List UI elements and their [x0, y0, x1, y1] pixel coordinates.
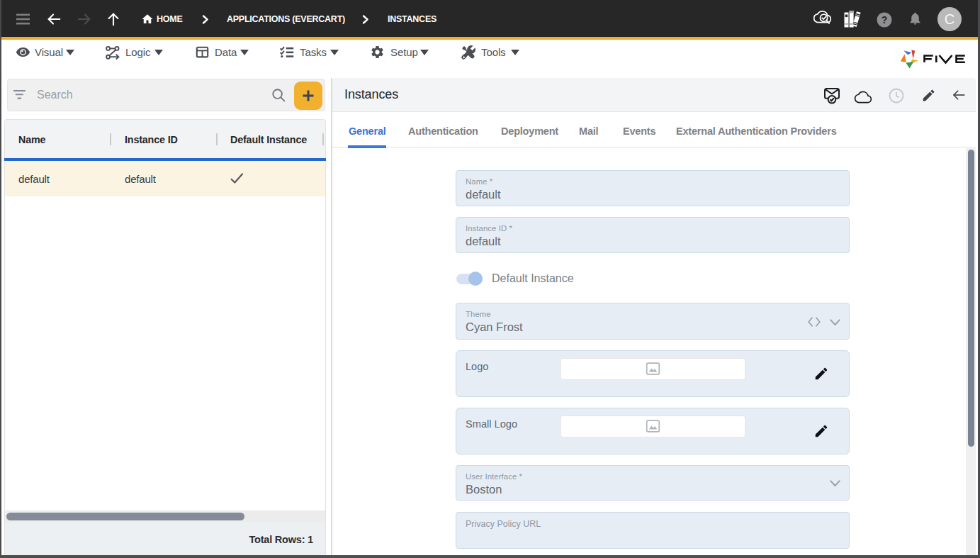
svg-text:?: ? — [882, 14, 888, 26]
